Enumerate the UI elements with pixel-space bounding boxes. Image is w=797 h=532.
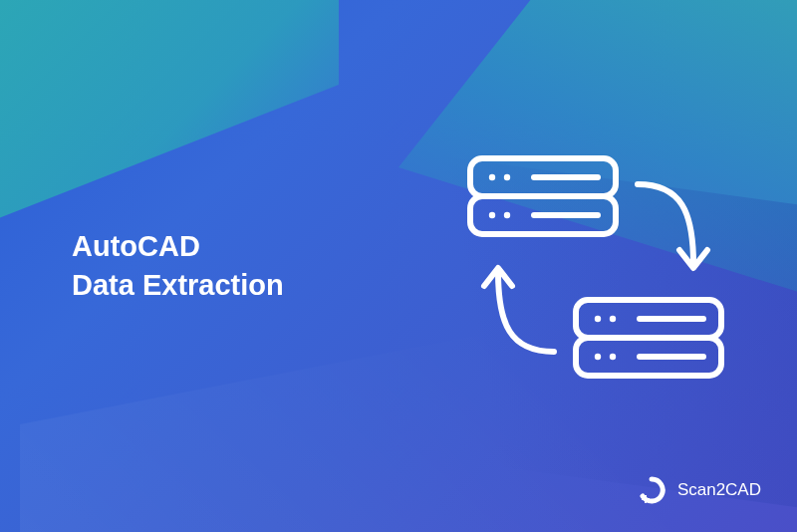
svg-rect-23 (651, 501, 653, 503)
page-title: AutoCAD Data Extraction (72, 227, 284, 305)
svg-rect-20 (648, 498, 650, 500)
headline-line-2: Data Extraction (72, 266, 284, 305)
svg-point-13 (595, 354, 601, 360)
svg-rect-21 (645, 501, 647, 503)
servers-sync-icon (436, 152, 735, 401)
svg-point-1 (489, 174, 495, 180)
svg-point-5 (489, 212, 495, 218)
svg-rect-16 (642, 495, 644, 497)
svg-point-9 (595, 316, 601, 322)
svg-point-6 (504, 212, 510, 218)
brand: Scan2CAD (638, 476, 761, 504)
svg-point-14 (610, 354, 616, 360)
svg-rect-17 (645, 495, 647, 497)
svg-point-2 (504, 174, 510, 180)
svg-point-10 (610, 316, 616, 322)
svg-rect-19 (645, 498, 647, 500)
svg-rect-22 (648, 501, 650, 503)
scan2cad-logo-icon (638, 476, 665, 504)
headline-line-1: AutoCAD (72, 227, 284, 266)
hero-content: AutoCAD Data Extraction (0, 0, 797, 532)
brand-name: Scan2CAD (677, 480, 761, 500)
svg-rect-18 (642, 498, 644, 500)
